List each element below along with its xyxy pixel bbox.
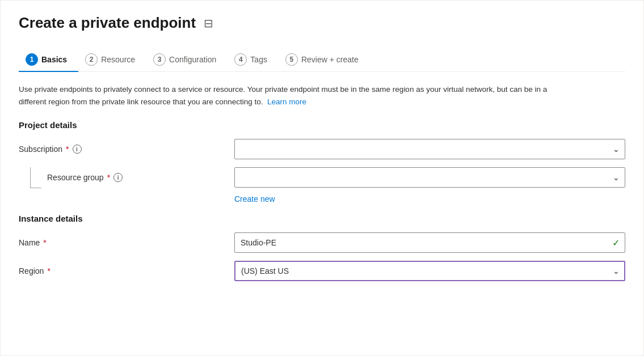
description-text: Use private endpoints to privately conne… [19,83,575,108]
subscription-label: Subscription * i [19,145,234,154]
subscription-row: Subscription * i ⌄ [19,139,625,159]
instance-details-header: Instance details [19,214,625,223]
tab-configuration[interactable]: 3 Configuration [146,48,228,71]
resource-group-row: Resource group * i ⌄ Create new [19,167,625,204]
tab-review-create-label: Review + create [301,55,359,64]
resource-group-info-icon[interactable]: i [113,173,123,182]
tab-review-create-number: 5 [285,53,298,66]
subscription-select[interactable] [234,139,625,159]
region-control: (US) East US (US) West US (US) West US 2… [234,261,625,281]
indent-connector [19,167,47,197]
project-details-header: Project details [19,120,625,130]
name-row: Name * ✓ [19,232,625,253]
subscription-control: ⌄ [234,139,625,159]
region-row: Region * (US) East US (US) West US (US) … [19,261,625,281]
tab-tags-number: 4 [234,53,247,66]
name-control: ✓ [234,232,625,253]
tab-basics-label: Basics [41,55,67,64]
tab-basics[interactable]: 1 Basics [19,48,78,71]
tabs-bar: 1 Basics 2 Resource 3 Configuration 4 Ta… [19,48,625,72]
learn-more-link[interactable]: Learn more [267,98,306,106]
create-new-link[interactable]: Create new [234,194,275,204]
tab-resource-label: Resource [101,55,135,64]
resource-group-select[interactable] [234,167,625,188]
name-label: Name * [19,238,234,247]
resource-group-label: Resource group * i [47,173,234,182]
tab-tags[interactable]: 4 Tags [228,48,279,71]
region-select[interactable]: (US) East US (US) West US (US) West US 2… [234,261,625,281]
subscription-info-icon[interactable]: i [73,145,82,154]
region-label: Region * [19,266,234,276]
tab-configuration-number: 3 [153,53,166,66]
tab-resource-number: 2 [85,53,98,66]
tab-configuration-label: Configuration [169,55,216,64]
print-icon[interactable]: ⊟ [204,16,213,30]
name-required: * [43,238,46,247]
tab-tags-label: Tags [250,55,267,64]
tab-basics-number: 1 [26,53,38,66]
resource-group-required: * [107,173,110,182]
name-input[interactable] [234,232,625,253]
name-valid-icon: ✓ [612,238,620,248]
resource-group-control: ⌄ [234,167,625,188]
subscription-required: * [66,145,69,154]
region-required: * [47,266,50,276]
tab-review-create[interactable]: 5 Review + create [279,48,370,71]
page-title: Create a private endpoint [19,14,196,32]
tab-resource[interactable]: 2 Resource [78,48,146,71]
